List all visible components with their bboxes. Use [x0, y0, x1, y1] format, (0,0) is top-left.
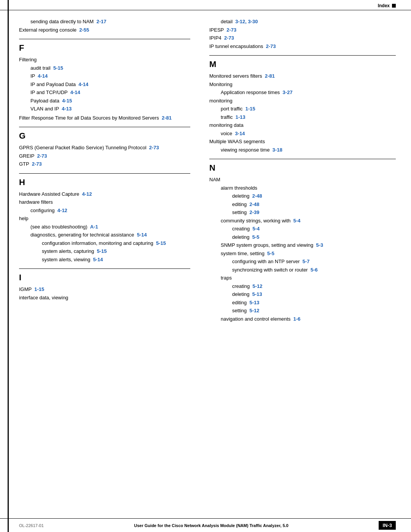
- pre-section-right: detail 3-12, 3-30 IPESP 2-73 IPIP4 2-73 …: [209, 18, 396, 50]
- link[interactable]: 4-14: [78, 81, 88, 87]
- footer-doc-number: OL-22617-01: [19, 523, 44, 528]
- link[interactable]: 4-15: [62, 98, 72, 104]
- list-item: system alerts, viewing 5-14: [42, 256, 190, 264]
- list-item: deleting 5-5: [232, 233, 396, 241]
- link[interactable]: 4-14: [38, 73, 48, 79]
- link[interactable]: 1-6: [293, 316, 301, 322]
- list-item: synchronizing with switch or router 5-6: [232, 266, 396, 274]
- link[interactable]: 5-13: [252, 291, 262, 297]
- list-item: detail 3-12, 3-30: [221, 18, 396, 26]
- link[interactable]: 1-13: [236, 114, 245, 120]
- link[interactable]: 2-48: [250, 201, 260, 207]
- link[interactable]: 4-12: [57, 208, 67, 213]
- list-item: Monitored servers filters 2-81: [209, 72, 396, 80]
- list-item: IP tunnel encapsulations 2-73: [209, 43, 396, 50]
- list-item: IGMP 1-15: [19, 286, 190, 293]
- section-n-block: NAM alarm thresholds deleting 2-48 editi…: [209, 176, 396, 323]
- link[interactable]: 5-5: [252, 234, 260, 240]
- link[interactable]: 5-15: [53, 65, 63, 71]
- link[interactable]: 5-14: [137, 232, 147, 238]
- list-item: creating 5-4: [232, 225, 396, 233]
- list-item: interface data, viewing: [19, 294, 190, 302]
- list-item: IPESP 2-73: [209, 26, 396, 34]
- link[interactable]: 4-12: [82, 191, 92, 197]
- link[interactable]: 5-3: [316, 242, 323, 248]
- section-divider-f: [19, 39, 190, 39]
- list-item: alarm thresholds: [221, 184, 396, 192]
- list-item: GPRS (General Packet Radio Service) Tunn…: [19, 144, 190, 152]
- list-item: hardware filters: [19, 198, 190, 206]
- list-item: setting 5-12: [232, 307, 396, 315]
- link[interactable]: 2-73: [226, 27, 236, 33]
- link[interactable]: 3-27: [283, 89, 293, 95]
- section-g-block: GPRS (General Packet Radio Service) Tunn…: [19, 144, 190, 168]
- link[interactable]: 5-15: [156, 240, 166, 246]
- list-item: Filtering: [19, 56, 190, 64]
- section-i-block: IGMP 1-15 interface data, viewing: [19, 286, 190, 301]
- section-letter-i: I: [19, 273, 190, 283]
- link[interactable]: 2-17: [96, 19, 106, 24]
- section-divider-h: [19, 173, 190, 174]
- right-column: detail 3-12, 3-30 IPESP 2-73 IPIP4 2-73 …: [202, 18, 396, 325]
- left-column: sending data directly to NAM 2-17 Extern…: [19, 18, 202, 325]
- list-item: IP 4-14: [30, 72, 190, 80]
- link[interactable]: 2-73: [37, 153, 47, 159]
- list-item: Multiple WAAS segments: [209, 138, 396, 145]
- list-item: editing 5-13: [232, 299, 396, 307]
- list-item: Monitoring: [209, 81, 396, 88]
- link[interactable]: 1-15: [34, 286, 44, 292]
- list-item: configuring with an NTP server 5-7: [232, 258, 396, 265]
- list-item: traps: [221, 274, 396, 282]
- list-item: GREIP 2-73: [19, 152, 190, 160]
- link[interactable]: 3-18: [272, 147, 282, 153]
- section-divider-i: [19, 268, 190, 269]
- link[interactable]: 5-12: [252, 283, 262, 289]
- link[interactable]: 3-12, 3-30: [235, 19, 258, 24]
- footer: OL-22617-01 User Guide for the Cisco Net…: [0, 518, 411, 532]
- list-item: diagnostics, generating for technical as…: [30, 231, 190, 239]
- link[interactable]: 5-4: [252, 226, 260, 232]
- list-item: setting 2-39: [232, 209, 396, 216]
- link[interactable]: 5-15: [97, 248, 107, 254]
- link[interactable]: 2-73: [266, 43, 276, 49]
- list-item: configuration information, monitoring an…: [42, 240, 190, 247]
- link[interactable]: 2-48: [252, 193, 262, 199]
- link[interactable]: 2-39: [250, 209, 260, 215]
- link[interactable]: 5-7: [303, 259, 310, 264]
- section-letter-g: G: [19, 131, 190, 141]
- list-item: GTP 2-73: [19, 160, 190, 168]
- link[interactable]: 5-14: [93, 257, 103, 262]
- link[interactable]: 5-13: [250, 300, 260, 305]
- index-label: Index: [378, 3, 390, 8]
- link[interactable]: 2-73: [224, 35, 234, 41]
- list-item: NAM: [209, 176, 396, 184]
- main-content: sending data directly to NAM 2-17 Extern…: [0, 10, 411, 348]
- link[interactable]: 2-55: [79, 27, 89, 33]
- footer-center-text: User Guide for the Cisco Network Analysi…: [44, 523, 379, 528]
- link[interactable]: 2-81: [265, 73, 275, 79]
- section-h-block: Hardware Assisted Capture 4-12 hardware …: [19, 190, 190, 264]
- footer-page-label: IN-3: [379, 521, 396, 530]
- list-item: help: [19, 215, 190, 222]
- link[interactable]: 5-6: [311, 267, 318, 273]
- list-item: Application response times 3-27: [221, 89, 396, 96]
- section-divider-m: [209, 55, 396, 56]
- link[interactable]: 4-14: [70, 89, 80, 95]
- link[interactable]: 5-12: [250, 308, 260, 313]
- link[interactable]: A-1: [90, 224, 98, 230]
- list-item: VLAN and IP 4-13: [30, 105, 190, 113]
- link[interactable]: 5-5: [267, 251, 274, 256]
- link[interactable]: 5-4: [293, 218, 301, 224]
- link[interactable]: 2-81: [162, 115, 172, 121]
- pre-section-left: sending data directly to NAM 2-17 Extern…: [19, 18, 190, 34]
- section-f-block: Filtering audit trail 5-15 IP 4-14 IP an…: [19, 56, 190, 121]
- list-item: system time, setting 5-5: [221, 250, 396, 257]
- link[interactable]: 3-14: [235, 131, 245, 136]
- link[interactable]: 1-15: [245, 106, 255, 112]
- list-item: Payload data 4-15: [30, 97, 190, 105]
- link[interactable]: 4-13: [62, 106, 72, 112]
- list-item: SNMP system groups, setting and viewing …: [221, 241, 396, 249]
- section-m-block: Monitored servers filters 2-81 Monitorin…: [209, 72, 396, 153]
- link[interactable]: 2-73: [149, 145, 159, 150]
- link[interactable]: 2-73: [32, 161, 42, 167]
